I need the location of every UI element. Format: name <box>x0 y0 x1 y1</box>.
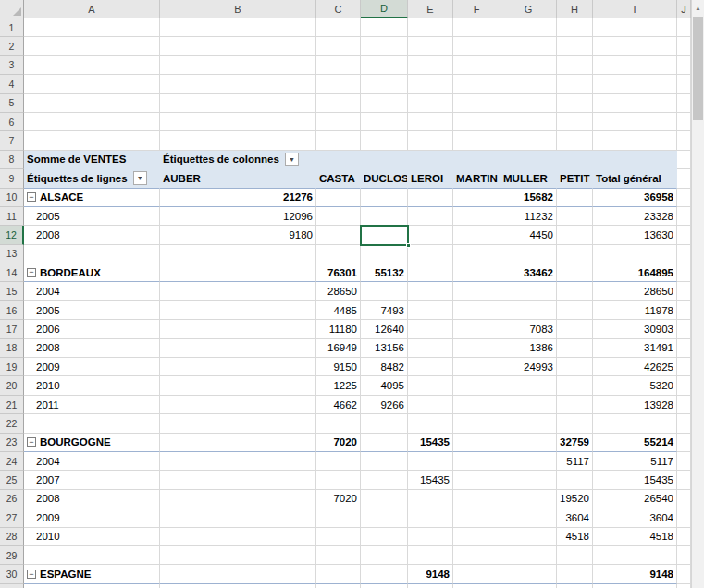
cell-G3[interactable] <box>500 56 557 75</box>
cell-B26[interactable] <box>160 490 316 508</box>
cell-J29[interactable] <box>677 546 691 565</box>
cell-I20[interactable]: 5320 <box>593 376 677 395</box>
cell-A23[interactable]: −BOURGOGNE <box>24 434 160 452</box>
filter-dropdown-icon[interactable]: ▼ <box>285 153 299 166</box>
cell-C24[interactable] <box>316 452 361 471</box>
cell-J21[interactable] <box>677 396 691 414</box>
cell-F8[interactable] <box>453 151 500 169</box>
cell-E30[interactable]: 9148 <box>408 565 453 583</box>
cell-E16[interactable] <box>408 301 453 320</box>
cell-B22[interactable] <box>160 414 316 433</box>
cell-A2[interactable] <box>24 37 160 55</box>
cell-F31[interactable] <box>453 584 500 588</box>
cell-D19[interactable]: 8482 <box>361 358 408 376</box>
cell-D7[interactable] <box>361 131 408 150</box>
cell-D5[interactable] <box>361 94 408 113</box>
cell-A17[interactable]: 2006 <box>24 320 160 338</box>
cell-C2[interactable] <box>316 37 361 55</box>
cell-I29[interactable] <box>593 546 677 565</box>
cell-B11[interactable]: 12096 <box>160 207 316 226</box>
row-header-7[interactable]: 7 <box>0 131 24 150</box>
cell-D13[interactable] <box>361 245 408 263</box>
cell-F9[interactable]: MARTIN <box>453 169 500 188</box>
cell-A6[interactable] <box>24 113 160 131</box>
column-header-G[interactable]: G <box>500 0 557 18</box>
cell-D6[interactable] <box>361 113 408 131</box>
cell-I13[interactable] <box>593 245 677 263</box>
cell-I8[interactable] <box>593 151 677 169</box>
row-header-13[interactable]: 13 <box>0 245 24 263</box>
cell-I12[interactable]: 13630 <box>593 226 677 244</box>
cell-I16[interactable]: 11978 <box>593 301 677 320</box>
cell-G18[interactable]: 1386 <box>500 339 557 358</box>
scrollbar-thumb[interactable] <box>693 17 703 120</box>
row-header-8[interactable]: 8 <box>0 151 24 169</box>
cell-H25[interactable] <box>557 471 593 489</box>
cell-F12[interactable] <box>453 226 500 244</box>
row-header-5[interactable]: 5 <box>0 94 24 113</box>
cell-B16[interactable] <box>160 301 316 320</box>
cell-E11[interactable] <box>408 207 453 226</box>
cell-C12[interactable] <box>316 226 361 244</box>
cell-I9[interactable]: Total général <box>593 169 677 188</box>
cell-H5[interactable] <box>557 94 593 113</box>
cell-D8[interactable] <box>361 151 408 169</box>
filter-dropdown-icon[interactable]: ▼ <box>133 171 147 185</box>
cell-C7[interactable] <box>316 131 361 150</box>
cell-H18[interactable] <box>557 339 593 358</box>
cell-E8[interactable] <box>408 151 453 169</box>
cell-J20[interactable] <box>677 376 691 395</box>
cell-F21[interactable] <box>453 396 500 414</box>
cell-B28[interactable] <box>160 528 316 546</box>
column-header-D[interactable]: D <box>361 0 408 18</box>
cell-C30[interactable] <box>316 565 361 583</box>
cell-H10[interactable] <box>557 189 593 207</box>
cell-B8[interactable]: Étiquettes de colonnes▼ <box>160 151 316 169</box>
cell-G21[interactable] <box>500 396 557 414</box>
cell-B29[interactable] <box>160 546 316 565</box>
cell-E28[interactable] <box>408 528 453 546</box>
cell-B14[interactable] <box>160 263 316 282</box>
cell-C23[interactable]: 7020 <box>316 434 361 452</box>
row-header-19[interactable]: 19 <box>0 358 24 376</box>
column-header-B[interactable]: B <box>160 0 316 18</box>
cell-H24[interactable]: 5117 <box>557 452 593 471</box>
cell-B19[interactable] <box>160 358 316 376</box>
cell-D18[interactable]: 13156 <box>361 339 408 358</box>
cell-D27[interactable] <box>361 508 408 527</box>
cell-A30[interactable]: −ESPAGNE <box>24 565 160 583</box>
cell-C31[interactable] <box>316 584 361 588</box>
cell-F10[interactable] <box>453 189 500 207</box>
cell-H29[interactable] <box>557 546 593 565</box>
cell-G22[interactable] <box>500 414 557 433</box>
cell-C16[interactable]: 4485 <box>316 301 361 320</box>
cell-F1[interactable] <box>453 18 500 37</box>
cell-G12[interactable]: 4450 <box>500 226 557 244</box>
cell-J23[interactable] <box>677 434 691 452</box>
cell-A11[interactable]: 2005 <box>24 207 160 226</box>
cell-I25[interactable]: 15435 <box>593 471 677 489</box>
cell-B3[interactable] <box>160 56 316 75</box>
row-header-9[interactable]: 9 <box>0 169 24 188</box>
cell-B10[interactable]: 21276 <box>160 189 316 207</box>
cell-J26[interactable] <box>677 490 691 508</box>
cell-I26[interactable]: 26540 <box>593 490 677 508</box>
row-header-18[interactable]: 18 <box>0 339 24 358</box>
cell-C19[interactable]: 9150 <box>316 358 361 376</box>
cell-A27[interactable]: 2009 <box>24 508 160 527</box>
cell-F4[interactable] <box>453 75 500 93</box>
cell-I14[interactable]: 164895 <box>593 263 677 282</box>
cell-A1[interactable] <box>24 18 160 37</box>
cell-F2[interactable] <box>453 37 500 55</box>
cell-E9[interactable]: LEROI <box>408 169 453 188</box>
cell-J28[interactable] <box>677 528 691 546</box>
cell-C18[interactable]: 16949 <box>316 339 361 358</box>
cell-D14[interactable]: 55132 <box>361 263 408 282</box>
cell-F29[interactable] <box>453 546 500 565</box>
cell-J7[interactable] <box>677 131 691 150</box>
cell-F18[interactable] <box>453 339 500 358</box>
cell-E20[interactable] <box>408 376 453 395</box>
cell-H27[interactable]: 3604 <box>557 508 593 527</box>
cell-A7[interactable] <box>24 131 160 150</box>
cell-I11[interactable]: 23328 <box>593 207 677 226</box>
